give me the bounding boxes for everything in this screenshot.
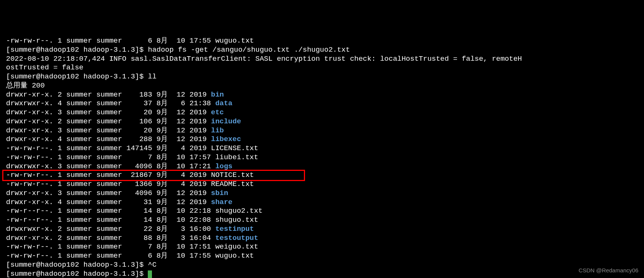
directory-name: logs xyxy=(215,162,233,170)
terminal-line: drwxrwxr-x. 4 summer summer 37 8月 6 21:3… xyxy=(6,99,638,108)
terminal-line: [summer@hadoop102 hadoop-3.1.3]$ xyxy=(6,270,638,278)
terminal-line: drwxr-xr-x. 2 summer summer 88 8月 3 16:0… xyxy=(6,234,638,243)
terminal-line: -rw-rw-r--. 1 summer summer 1366 9月 4 20… xyxy=(6,180,638,189)
directory-name: include xyxy=(211,117,241,126)
terminal-line: drwxrwxr-x. 3 summer summer 4096 8月 10 1… xyxy=(6,162,638,171)
terminal-line: drwxr-xr-x. 3 summer summer 20 9月 12 201… xyxy=(6,126,638,135)
directory-name: bin xyxy=(211,91,224,99)
terminal-line: -rw-r--r--. 1 summer summer 14 8月 10 22:… xyxy=(6,207,638,216)
terminal-line: drwxr-xr-x. 3 summer summer 20 9月 12 201… xyxy=(6,108,638,117)
file-meta: drwxr-xr-x. 3 summer summer 20 9月 12 201… xyxy=(6,126,211,135)
terminal-line: -rw-r--r--. 1 summer summer 14 8月 10 22:… xyxy=(6,216,638,225)
directory-name: testoutput xyxy=(215,234,258,242)
terminal-line: drwxr-xr-x. 4 summer summer 288 9月 12 20… xyxy=(6,135,638,144)
terminal-line: 2022-08-10 22:18:07,424 INFO sasl.SaslDa… xyxy=(6,55,638,64)
file-meta: drwxr-xr-x. 3 summer summer 4096 9月 12 2… xyxy=(6,189,211,197)
terminal-line: -rw-rw-r--. 1 summer summer 6 8月 10 17:5… xyxy=(6,37,638,46)
file-meta: drwxrwxr-x. 2 summer summer 22 8月 3 16:0… xyxy=(6,225,215,233)
file-meta: drwxrwxr-x. 3 summer summer 4096 8月 10 1… xyxy=(6,162,215,170)
directory-name: libexec xyxy=(211,135,241,143)
terminal-output[interactable]: -rw-rw-r--. 1 summer summer 6 8月 10 17:5… xyxy=(0,36,644,278)
file-meta: drwxr-xr-x. 4 summer summer 288 9月 12 20… xyxy=(6,135,211,143)
directory-name: testinput xyxy=(215,225,254,233)
file-meta: drwxr-xr-x. 2 summer summer 88 8月 3 16:0… xyxy=(6,234,215,242)
terminal-line: -rw-rw-r--. 1 summer summer 7 8月 10 17:5… xyxy=(6,243,638,252)
directory-name: sbin xyxy=(211,189,228,197)
terminal-line: -rw-rw-r--. 1 summer summer 21867 9月 4 2… xyxy=(6,171,638,180)
terminal-line: -rw-rw-r--. 1 summer summer 7 8月 10 17:5… xyxy=(6,153,638,162)
terminal-line: 总用量 200 xyxy=(6,81,638,91)
terminal-line: -rw-rw-r--. 1 summer summer 147145 9月 4 … xyxy=(6,144,638,153)
terminal-line: drwxr-xr-x. 3 summer summer 4096 9月 12 2… xyxy=(6,189,638,198)
directory-name: etc xyxy=(211,108,224,117)
terminal-line: -rw-rw-r--. 1 summer summer 6 8月 10 17:5… xyxy=(6,252,638,261)
terminal-line: drwxr-xr-x. 2 summer summer 183 9月 12 20… xyxy=(6,91,638,100)
directory-name: share xyxy=(211,198,233,206)
terminal-line: drwxr-xr-x. 2 summer summer 106 9月 12 20… xyxy=(6,117,638,126)
file-meta: drwxr-xr-x. 4 summer summer 31 9月 12 201… xyxy=(6,198,211,206)
file-meta: drwxr-xr-x. 2 summer summer 106 9月 12 20… xyxy=(6,117,211,126)
terminal-line: drwxrwxr-x. 2 summer summer 22 8月 3 16:0… xyxy=(6,225,638,234)
terminal-line: [summer@hadoop102 hadoop-3.1.3]$ hadoop … xyxy=(6,46,638,55)
shell-prompt: [summer@hadoop102 hadoop-3.1.3]$ xyxy=(6,270,148,278)
terminal-line: [summer@hadoop102 hadoop-3.1.3]$ ^C xyxy=(6,261,638,270)
cursor-icon[interactable] xyxy=(148,270,152,278)
file-meta: drwxrwxr-x. 4 summer summer 37 8月 6 21:3… xyxy=(6,99,215,108)
terminal-line: [summer@hadoop102 hadoop-3.1.3]$ ll xyxy=(6,72,638,81)
file-meta: drwxr-xr-x. 3 summer summer 20 9月 12 201… xyxy=(6,108,211,117)
watermark-text: CSDN @Redamancy06 xyxy=(578,267,638,274)
directory-name: lib xyxy=(211,126,224,135)
terminal-line: ostTrusted = false xyxy=(6,63,638,72)
file-meta: drwxr-xr-x. 2 summer summer 183 9月 12 20… xyxy=(6,91,211,99)
directory-name: data xyxy=(215,99,233,108)
terminal-line: drwxr-xr-x. 4 summer summer 31 9月 12 201… xyxy=(6,198,638,207)
